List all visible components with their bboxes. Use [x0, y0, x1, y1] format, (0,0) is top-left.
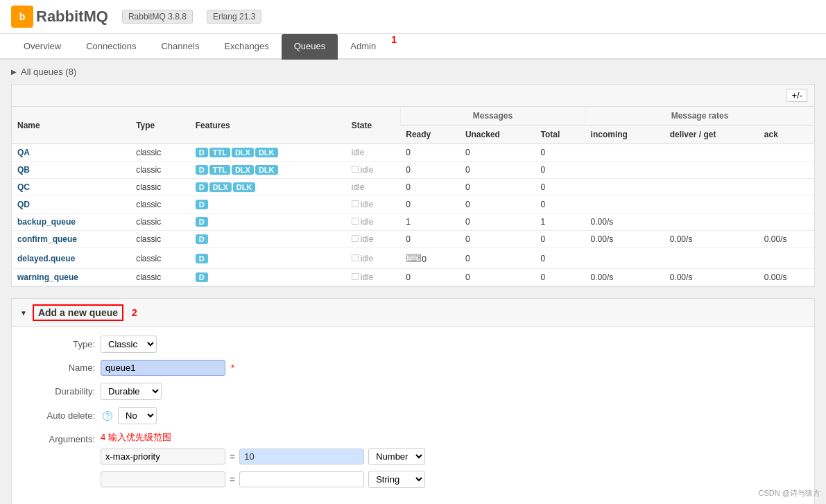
- queue-state: idle: [346, 231, 400, 248]
- logo-icon: b: [11, 6, 33, 28]
- queue-total: 0: [535, 248, 585, 269]
- queue-link[interactable]: confirm_queue: [17, 234, 77, 244]
- queue-link[interactable]: warning_queue: [17, 272, 78, 282]
- queue-link[interactable]: backup_queue: [17, 217, 76, 227]
- queue-unacked: 0: [460, 196, 535, 214]
- arg1-key-input[interactable]: [101, 449, 225, 464]
- queue-link[interactable]: QC: [17, 182, 30, 192]
- queue-ready: 0: [400, 162, 460, 179]
- state-dot-icon: [352, 166, 359, 173]
- queue-features: D: [190, 214, 346, 231]
- name-required-indicator: *: [231, 363, 234, 373]
- all-queues-arrow-icon: ▶: [11, 68, 17, 76]
- queue-incoming: [585, 162, 664, 179]
- queue-unacked: 0: [460, 269, 535, 286]
- queue-ack: 0.00/s: [759, 231, 814, 248]
- auto-delete-select[interactable]: No Yes: [118, 407, 157, 424]
- col-messages-group: Messages: [400, 107, 585, 125]
- queue-deliver-get: [664, 248, 759, 269]
- queue-features: D: [190, 196, 346, 214]
- cursor-icon: ⌨: [406, 252, 422, 264]
- table-row: confirm_queueclassicDidle0000.00/s0.00/s…: [12, 231, 814, 248]
- feature-badge-dlk: DLK: [233, 182, 256, 192]
- table-row: QBclassicDTTLDLXDLKidle000: [12, 162, 814, 179]
- feature-badge-d: D: [196, 182, 208, 192]
- queue-deliver-get: [664, 179, 759, 196]
- queue-link[interactable]: QA: [17, 148, 30, 157]
- queue-type: classic: [130, 269, 190, 286]
- queue-total: 0: [535, 231, 585, 248]
- arg2-type-select[interactable]: String Number Boolean: [368, 471, 425, 488]
- queue-deliver-get: [664, 214, 759, 231]
- queue-ready: 0: [400, 179, 460, 196]
- nav-exchanges[interactable]: Exchanges: [212, 34, 281, 60]
- nav-queues[interactable]: Queues: [282, 34, 338, 60]
- arg1-type-select[interactable]: Number String Boolean: [368, 448, 425, 465]
- queue-total: 1: [535, 214, 585, 231]
- queue-ack: [759, 248, 814, 269]
- queue-ready: 0: [400, 196, 460, 214]
- queue-link[interactable]: delayed.queue: [17, 254, 75, 263]
- queue-incoming: [585, 196, 664, 214]
- feature-badge-ttl: TTL: [209, 148, 230, 157]
- col-total: Total: [535, 125, 585, 144]
- queue-features: DDLXDLK: [190, 179, 346, 196]
- queue-ack: [759, 179, 814, 196]
- queue-unacked: 0: [460, 162, 535, 179]
- all-queues-toggle[interactable]: ▶ All queues (8): [11, 67, 815, 77]
- queue-state: idle: [346, 162, 400, 179]
- queue-features: D: [190, 269, 346, 286]
- queues-table: Name Type Features State Messages Messag…: [12, 107, 814, 286]
- state-label: idle: [352, 182, 365, 192]
- queue-type: classic: [130, 214, 190, 231]
- queue-state: idle: [346, 196, 400, 214]
- table-row: QCclassicDDLXDLKidle000: [12, 179, 814, 196]
- queue-incoming: 0.00/s: [585, 231, 664, 248]
- table-row: QDclassicDidle000: [12, 196, 814, 214]
- app-header: b RabbitMQ RabbitMQ 3.8.8 Erlang 21.3: [0, 0, 826, 34]
- queue-deliver-get: [664, 196, 759, 214]
- auto-delete-help-icon[interactable]: ?: [103, 411, 112, 421]
- feature-badge-d: D: [196, 148, 208, 157]
- queue-incoming: 0.00/s: [585, 269, 664, 286]
- plus-minus-button[interactable]: +/-: [786, 89, 807, 102]
- erlang-badge: Erlang 21.3: [207, 10, 261, 24]
- arg2-value-input[interactable]: [239, 471, 364, 487]
- arg1-value-input[interactable]: [239, 449, 364, 464]
- queue-total: 0: [535, 269, 585, 286]
- queue-link[interactable]: QB: [17, 165, 30, 175]
- queue-state: idle: [346, 269, 400, 286]
- state-dot-icon: [352, 273, 359, 280]
- add-queue-header[interactable]: ▼ Add a new queue 2: [12, 299, 814, 327]
- add-queue-annotation: 2: [132, 307, 137, 318]
- queue-features: DTTLDLXDLK: [190, 162, 346, 179]
- name-input[interactable]: [101, 360, 225, 376]
- nav-admin[interactable]: Admin: [338, 34, 388, 60]
- queue-type: classic: [130, 196, 190, 214]
- feature-badge-d: D: [196, 234, 208, 244]
- footer-watermark: CSDN @诗与猿方: [759, 488, 820, 498]
- nav-overview[interactable]: Overview: [11, 34, 74, 60]
- durability-select[interactable]: Durable Transient: [101, 383, 162, 400]
- feature-badge-d: D: [196, 165, 208, 175]
- state-label: idle: [352, 148, 365, 157]
- table-row: QAclassicDTTLDLXDLKidle000: [12, 144, 814, 162]
- feature-badge-d: D: [196, 217, 208, 227]
- feature-badge-d: D: [196, 200, 208, 209]
- col-incoming: incoming: [585, 125, 664, 144]
- queue-state: idle: [346, 144, 400, 162]
- queue-ack: [759, 214, 814, 231]
- queue-ready: 0: [400, 144, 460, 162]
- queue-total: 0: [535, 144, 585, 162]
- type-select[interactable]: Classic Quorum: [101, 336, 157, 353]
- queue-deliver-get: [664, 162, 759, 179]
- feature-badge-dlx: DLX: [232, 165, 254, 175]
- nav-connections[interactable]: Connections: [74, 34, 148, 60]
- arg2-key-input[interactable]: [101, 471, 225, 487]
- queue-total: 0: [535, 179, 585, 196]
- queue-type: classic: [130, 179, 190, 196]
- queue-features: D: [190, 248, 346, 269]
- nav-channels[interactable]: Channels: [148, 34, 212, 60]
- col-name: Name: [12, 107, 130, 144]
- queue-link[interactable]: QD: [17, 200, 30, 209]
